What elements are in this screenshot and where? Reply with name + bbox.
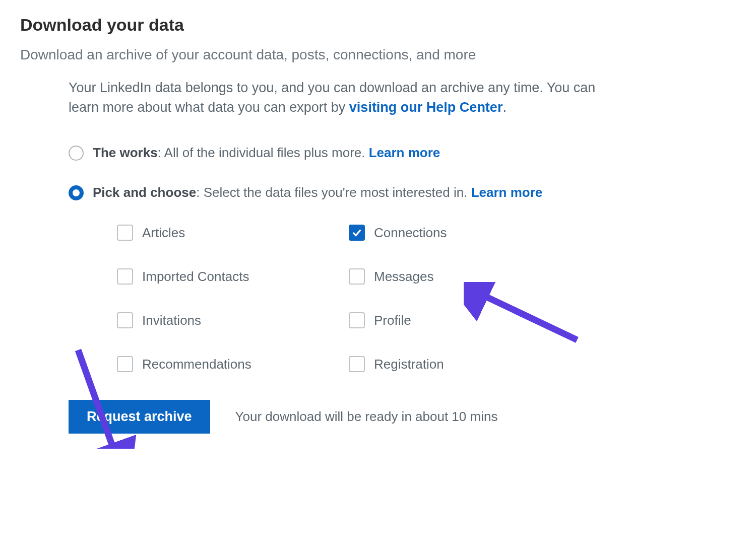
checkbox-label: Invitations (142, 313, 201, 328)
checkbox-label: Connections (374, 225, 447, 241)
radio-label-bold: Pick and choose (93, 185, 196, 200)
page-title: Download your data (20, 15, 736, 35)
download-ready-text: Your download will be ready in about 10 … (235, 409, 498, 425)
checkbox-icon-unchecked (117, 356, 133, 372)
intro-text-after: . (502, 100, 507, 115)
checkbox-invitations[interactable]: Invitations (117, 312, 349, 328)
radio-group: The works: All of the individual files p… (69, 145, 598, 200)
intro-text: Your LinkedIn data belongs to you, and y… (69, 78, 598, 117)
checkbox-icon-unchecked (117, 225, 133, 241)
checkbox-icon-unchecked (349, 356, 365, 372)
radio-label-bold: The works (93, 145, 158, 160)
radio-label-the-works: The works: All of the individual files p… (93, 145, 440, 161)
checkbox-label: Messages (374, 269, 434, 285)
page-subtitle: Download an archive of your account data… (20, 47, 736, 63)
radio-icon-unselected (69, 146, 84, 161)
checkbox-icon-checked (349, 225, 365, 241)
radio-label-pick: Pick and choose: Select the data files y… (93, 185, 542, 200)
checkbox-label: Profile (374, 313, 411, 328)
checkbox-articles[interactable]: Articles (117, 225, 349, 241)
checkbox-registration[interactable]: Registration (349, 356, 560, 372)
check-icon (351, 227, 362, 238)
checkbox-messages[interactable]: Messages (349, 268, 560, 285)
checkbox-icon-unchecked (349, 312, 365, 328)
intro-text-before: Your LinkedIn data belongs to you, and y… (69, 80, 595, 115)
learn-more-link-works[interactable]: Learn more (369, 145, 440, 160)
checkbox-label: Recommendations (142, 357, 251, 372)
checkbox-imported-contacts[interactable]: Imported Contacts (117, 268, 349, 285)
action-row: Request archive Your download will be re… (69, 400, 598, 434)
radio-option-pick-and-choose[interactable]: Pick and choose: Select the data files y… (69, 185, 598, 200)
radio-icon-selected (69, 185, 84, 200)
checkbox-icon-unchecked (117, 268, 133, 285)
checkbox-label: Imported Contacts (142, 269, 249, 285)
checkbox-profile[interactable]: Profile (349, 312, 560, 328)
checkbox-label: Articles (142, 225, 185, 241)
learn-more-link-pick[interactable]: Learn more (471, 185, 543, 200)
radio-option-the-works[interactable]: The works: All of the individual files p… (69, 145, 598, 161)
checkbox-grid: Articles Connections Imported Contacts M… (117, 225, 598, 372)
checkbox-recommendations[interactable]: Recommendations (117, 356, 349, 372)
content-block: Your LinkedIn data belongs to you, and y… (69, 78, 598, 434)
radio-label-desc: : All of the individual files plus more. (158, 145, 369, 160)
request-archive-button[interactable]: Request archive (69, 400, 210, 434)
radio-label-desc: : Select the data files you're most inte… (196, 185, 471, 200)
help-center-link[interactable]: visiting our Help Center (349, 100, 503, 115)
checkbox-icon-unchecked (117, 312, 133, 328)
checkbox-connections[interactable]: Connections (349, 225, 560, 241)
checkbox-label: Registration (374, 357, 444, 372)
download-data-panel: Download your data Download an archive o… (20, 15, 736, 434)
checkbox-icon-unchecked (349, 268, 365, 285)
